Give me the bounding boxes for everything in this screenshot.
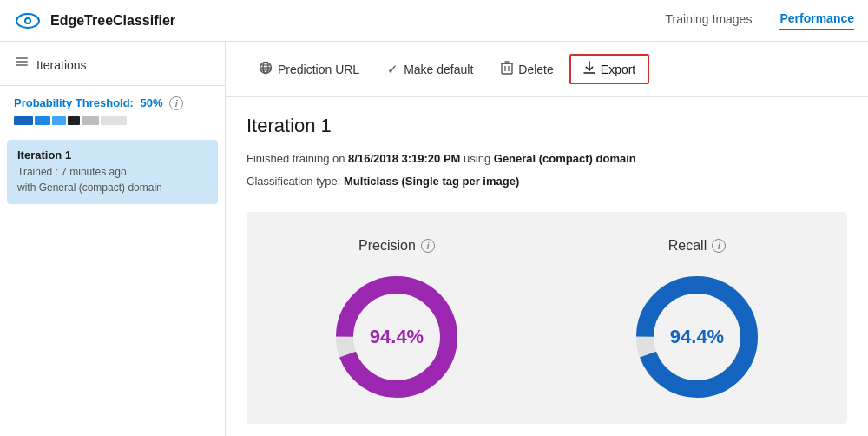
recall-label: Recall i xyxy=(668,238,726,254)
content-area: Prediction URL ✓ Make default Delete xyxy=(226,42,868,436)
probability-threshold-section: Probability Threshold: 50% i xyxy=(0,86,225,133)
main-layout: Iterations Probability Threshold: 50% i … xyxy=(0,42,868,436)
bar-seg-4 xyxy=(68,116,80,125)
prob-threshold-label: Probability Threshold: 50% i xyxy=(14,96,211,110)
app-title: EdgeTreeClassifier xyxy=(50,13,666,29)
prob-info-icon[interactable]: i xyxy=(169,96,183,110)
bar-seg-2 xyxy=(35,116,50,125)
precision-info-icon[interactable]: i xyxy=(421,239,435,253)
nav-links: Training Images Performance xyxy=(666,11,854,30)
prob-bar xyxy=(14,116,211,126)
svg-point-2 xyxy=(26,19,30,23)
sidebar-header: Iterations xyxy=(0,42,225,86)
iter-info-line1: Finished training on 8/16/2018 3:19:20 P… xyxy=(247,149,847,168)
nav-training-images[interactable]: Training Images xyxy=(666,12,753,30)
svg-rect-11 xyxy=(502,63,512,74)
svg-rect-4 xyxy=(16,64,28,66)
metrics-area: Precision i 94.4% Recall xyxy=(247,212,847,424)
make-default-button[interactable]: ✓ Make default xyxy=(375,56,485,83)
iterations-label: Iterations xyxy=(36,58,87,72)
layers-icon xyxy=(14,56,30,75)
delete-icon xyxy=(501,61,513,77)
globe-icon xyxy=(259,61,273,77)
top-nav: EdgeTreeClassifier Training Images Perfo… xyxy=(0,0,868,42)
iteration-item[interactable]: Iteration 1 Trained : 7 minutes ago with… xyxy=(7,140,218,204)
sidebar: Iterations Probability Threshold: 50% i … xyxy=(0,42,226,436)
precision-label: Precision i xyxy=(358,238,435,254)
nav-performance[interactable]: Performance xyxy=(779,11,854,30)
iter-info-line2: Classification type: Multiclass (Single … xyxy=(247,172,847,191)
recall-info-icon[interactable]: i xyxy=(712,239,726,253)
iteration-detail-line1: Trained : 7 minutes ago xyxy=(17,164,207,180)
export-icon xyxy=(583,61,595,77)
recall-donut: 94.4% xyxy=(628,268,766,406)
recall-block: Recall i 94.4% xyxy=(547,229,847,415)
bar-seg-1 xyxy=(14,116,33,125)
precision-block: Precision i 94.4% xyxy=(247,229,547,415)
app-logo xyxy=(14,7,42,35)
recall-value: 94.4% xyxy=(670,326,724,348)
precision-value: 94.4% xyxy=(370,326,424,348)
bar-seg-3 xyxy=(52,116,66,125)
precision-donut: 94.4% xyxy=(327,268,466,406)
bar-seg-6 xyxy=(101,116,127,125)
iteration-name: Iteration 1 xyxy=(17,149,207,162)
iteration-content: Iteration 1 Finished training on 8/16/20… xyxy=(226,97,868,212)
export-button[interactable]: Export xyxy=(569,54,649,84)
checkmark-icon: ✓ xyxy=(387,62,398,77)
bar-seg-5 xyxy=(82,116,99,125)
toolbar: Prediction URL ✓ Make default Delete xyxy=(226,42,868,97)
iteration-title: Iteration 1 xyxy=(247,115,847,137)
svg-rect-3 xyxy=(16,61,28,63)
delete-button[interactable]: Delete xyxy=(489,56,565,83)
prediction-url-button[interactable]: Prediction URL xyxy=(247,56,372,83)
svg-rect-5 xyxy=(16,57,28,59)
iteration-detail-line2: with General (compact) domain xyxy=(17,180,207,195)
